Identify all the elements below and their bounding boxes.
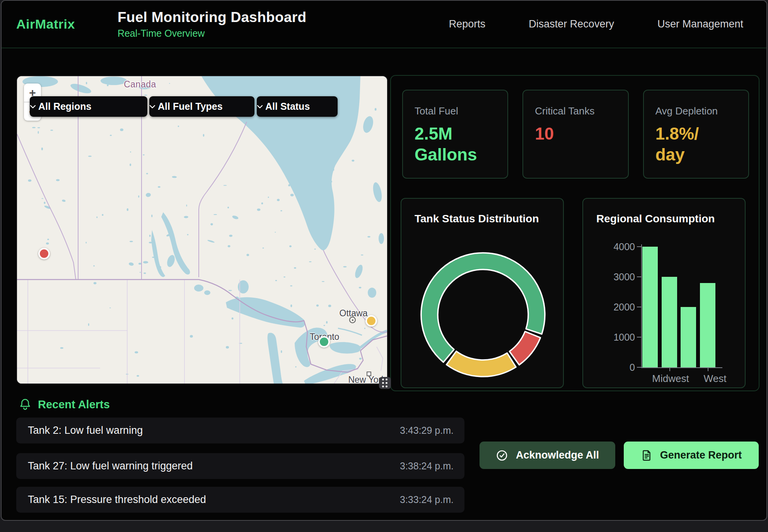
y-tick-mark (637, 337, 641, 338)
header-titles: Fuel Monitoring Dashboard Real-Time Over… (118, 9, 306, 39)
nav-item-user-management[interactable]: User Management (657, 18, 743, 30)
kpi-card-critical-tanks: Critical Tanks10 (522, 90, 628, 179)
chevron-down-icon (149, 105, 155, 109)
kpi-label: Avg Depletion (655, 105, 737, 117)
filter-value: All Regions (38, 101, 92, 112)
donut-segment-red[interactable] (509, 331, 540, 365)
x-tick-label-midwest: Midwest (652, 373, 689, 385)
bell-icon (19, 398, 31, 411)
y-axis (641, 244, 642, 368)
tank-marker-2[interactable] (318, 336, 330, 348)
tank-marker-0[interactable] (38, 248, 50, 259)
y-tick-mark (637, 276, 641, 277)
regional-consumption-bar-chart[interactable]: 01000200030004000MidwestWest (583, 199, 745, 387)
y-tick-mark (637, 367, 641, 368)
nav-item-disaster-recovery[interactable]: Disaster Recovery (529, 18, 614, 30)
kpi-label: Total Fuel (415, 105, 496, 117)
app-logo: AirMatrix (16, 17, 75, 32)
tank-marker-1[interactable] (365, 315, 377, 327)
y-tick-label: 0 (612, 362, 635, 373)
generate-report-button[interactable]: Generate Report (624, 442, 759, 469)
x-tick-mark (669, 368, 670, 371)
bar-region-2[interactable] (681, 307, 696, 367)
y-tick-label: 1000 (612, 332, 635, 343)
alert-timestamp: 3:43:29 p.m. (400, 425, 454, 436)
kpi-row: Total Fuel2.5M GallonsCritical Tanks10Av… (402, 90, 749, 179)
page-title: Fuel Monitoring Dashboard (118, 9, 306, 26)
alert-timestamp: 3:38:24 p.m. (400, 460, 454, 472)
chevron-down-icon (257, 105, 263, 109)
bar-midwest[interactable] (662, 277, 677, 367)
alert-timestamp: 3:33:24 p.m. (400, 494, 454, 505)
report-file-icon (641, 449, 652, 462)
tank-status-title: Tank Status Distribution (415, 213, 539, 225)
kpi-value: 1.8%/ day (655, 123, 737, 165)
bar-region-0[interactable] (642, 247, 658, 367)
filter-value: All Fuel Types (158, 101, 223, 112)
x-axis (641, 367, 722, 368)
generate-report-label: Generate Report (660, 449, 742, 461)
map[interactable]: + − All RegionsAll Fuel TypesAll Status … (16, 75, 388, 384)
kpi-card-total-fuel: Total Fuel2.5M Gallons (402, 90, 508, 179)
recent-alerts-header: Recent Alerts (19, 396, 110, 413)
stats-panel: Total Fuel2.5M GallonsCritical Tanks10Av… (390, 75, 759, 391)
map-drag-handle[interactable] (379, 377, 391, 389)
main-nav: ReportsDisaster RecoveryUser Management (449, 18, 743, 30)
alert-text: Tank 2: Low fuel warning (28, 425, 143, 437)
kpi-card-avg-depletion: Avg Depletion1.8%/ day (643, 90, 749, 179)
y-tick-label: 2000 (612, 302, 635, 313)
tank-status-donut-chart[interactable] (401, 199, 565, 389)
town-square-icon (367, 372, 371, 376)
kpi-value: 10 (535, 123, 616, 144)
x-tick-mark (708, 368, 708, 371)
chevron-down-icon (30, 105, 36, 109)
page-subtitle: Real-Time Overview (118, 28, 306, 39)
app-header: AirMatrix Fuel Monitoring Dashboard Real… (2, 1, 766, 48)
alert-row-1: Tank 27: Low fuel warning triggered3:38:… (16, 453, 464, 479)
y-tick-label: 4000 (612, 241, 635, 252)
acknowledge-all-label: Acknowledge All (516, 449, 599, 461)
acknowledge-all-button[interactable]: Acknowledge All (480, 442, 615, 469)
filter-all-regions[interactable]: All Regions (30, 96, 147, 117)
x-tick-label-west: West (704, 373, 727, 385)
donut-segment-yellow[interactable] (447, 351, 516, 377)
filter-all-status[interactable]: All Status (257, 96, 338, 117)
screen: AirMatrix Fuel Monitoring Dashboard Real… (0, 0, 768, 532)
y-tick-mark (637, 307, 641, 307)
app-window: AirMatrix Fuel Monitoring Dashboard Real… (1, 0, 767, 521)
kpi-value: 2.5M Gallons (415, 123, 496, 165)
filter-all-fuel-types[interactable]: All Fuel Types (149, 96, 254, 117)
tank-status-card: Tank Status Distribution (401, 198, 564, 388)
filter-value: All Status (265, 101, 310, 112)
kpi-label: Critical Tanks (535, 105, 616, 117)
recent-alerts-heading: Recent Alerts (38, 398, 110, 411)
y-tick-label: 3000 (612, 271, 635, 283)
map-label-canada: Canada (124, 79, 156, 90)
nav-item-reports[interactable]: Reports (449, 18, 486, 30)
town-circle-icon (349, 317, 356, 323)
alert-text: Tank 15: Pressure threshold exceeded (28, 494, 206, 506)
alert-row-0: Tank 2: Low fuel warning3:43:29 p.m. (16, 418, 464, 443)
check-circle-icon (496, 449, 508, 462)
bar-west[interactable] (700, 283, 715, 367)
alert-text: Tank 27: Low fuel warning triggered (28, 460, 193, 472)
y-tick-mark (637, 246, 641, 247)
alert-row-2: Tank 15: Pressure threshold exceeded3:33… (16, 487, 464, 513)
regional-consumption-card: Regional Consumption 01000200030004000Mi… (582, 198, 746, 388)
